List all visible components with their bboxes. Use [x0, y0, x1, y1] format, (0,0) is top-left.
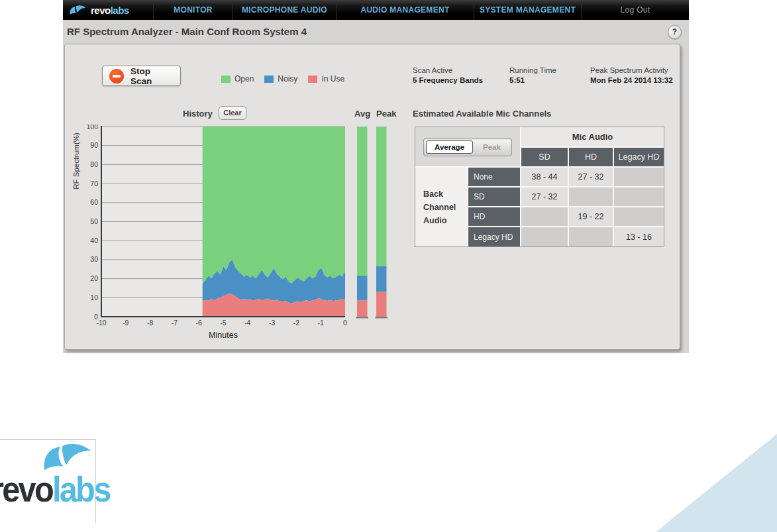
footer-logo-text: revolabs	[0, 469, 109, 509]
table-cell: 27 - 32	[569, 168, 613, 186]
avg-peak-bar-labels: Avg Peak	[354, 109, 396, 119]
row-header-legacy-hd: Legacy HD	[468, 227, 520, 246]
table-cell	[521, 207, 568, 226]
logout-button[interactable]: Log Out	[581, 0, 689, 20]
legend-item-inuse: In Use	[308, 74, 344, 83]
footer-revolabs-logo: revolabs	[0, 439, 96, 523]
svg-text:-6: -6	[196, 319, 202, 327]
nav-item-microphone-audio[interactable]: MICROPHONE AUDIO	[233, 0, 336, 20]
row-header-hd: HD	[468, 207, 520, 226]
table-cell: 13 - 16	[614, 227, 664, 246]
row-header-none: None	[468, 168, 520, 186]
svg-text:-1: -1	[318, 319, 324, 327]
table-cell: 19 - 22	[569, 207, 613, 226]
table-cell: 38 - 44	[521, 168, 568, 186]
legend-label: In Use	[321, 74, 344, 83]
clear-history-button[interactable]: Clear	[219, 106, 246, 120]
scan-active-label: Scan Active	[413, 66, 509, 74]
svg-text:-3: -3	[269, 319, 275, 327]
page-title: RF Spectrum Analyzer - Main Conf Room Sy…	[67, 26, 307, 37]
table-cell	[521, 227, 568, 246]
nav-item-audio-management[interactable]: AUDIO MANAGEMENT	[336, 0, 474, 20]
svg-text:20: 20	[90, 274, 98, 282]
svg-text:50: 50	[90, 217, 98, 225]
svg-text:-9: -9	[123, 319, 129, 327]
running-time-label: Running Time	[509, 66, 590, 74]
svg-text:-10: -10	[96, 319, 106, 327]
svg-text:Minutes: Minutes	[209, 331, 238, 340]
svg-text:100: 100	[86, 125, 98, 131]
svg-text:0: 0	[343, 319, 347, 327]
svg-text:-7: -7	[172, 319, 178, 327]
svg-text:80: 80	[90, 160, 98, 168]
table-cell	[569, 187, 613, 206]
stop-scan-button[interactable]: Stop Scan	[102, 66, 181, 86]
revolabs-logo-text: revolabs	[91, 5, 129, 16]
table-cell	[614, 168, 664, 186]
top-navbar: revolabs MONITOR MICROPHONE AUDIO AUDIO …	[63, 0, 689, 20]
open-swatch-icon	[221, 76, 231, 83]
nav-item-monitor[interactable]: MONITOR	[153, 0, 233, 20]
col-header-sd: SD	[521, 148, 568, 166]
svg-text:60: 60	[90, 198, 98, 206]
table-cell	[569, 227, 613, 246]
legend-label: Open	[234, 74, 254, 83]
running-time-value: 5:51	[509, 76, 590, 84]
back-channel-audio-header: Back Channel Audio	[415, 168, 467, 246]
peak-activity-block: Peak Spectrum Activity Mon Feb 24 2014 1…	[590, 66, 673, 84]
table-cell	[614, 187, 664, 206]
svg-text:30: 30	[90, 255, 98, 263]
stop-icon	[109, 69, 124, 83]
stop-scan-label: Stop Scan	[130, 66, 174, 86]
toggle-peak-button[interactable]: Peak	[474, 140, 509, 154]
avg-peak-toggle-cell: Average Peak	[415, 127, 520, 166]
peak-activity-label: Peak Spectrum Activity	[590, 66, 673, 74]
col-header-legacy-hd: Legacy HD	[614, 148, 664, 166]
running-time-block: Running Time 5:51	[509, 66, 590, 84]
mic-channels-table: Average Peak Mic Audio SD HD Legacy HD B…	[415, 127, 664, 247]
svg-text:90: 90	[90, 141, 98, 149]
row-header-sd: SD	[468, 187, 520, 206]
content-area: RF Spectrum Analyzer - Main Conf Room Sy…	[63, 20, 689, 353]
peak-activity-value: Mon Feb 24 2014 13:32	[590, 76, 673, 84]
col-header-hd: HD	[569, 148, 613, 166]
svg-text:10: 10	[90, 293, 98, 301]
legend-item-open: Open	[221, 74, 254, 83]
table-cell	[614, 207, 664, 226]
revolabs-flag-icon	[69, 5, 87, 15]
avg-bar-label: Avg	[354, 109, 370, 119]
svg-text:-8: -8	[147, 319, 153, 327]
history-title: History	[183, 109, 213, 119]
svg-text:-4: -4	[244, 319, 250, 327]
rf-spectrum-history-chart: 0102030405060708090100-10-9-8-7-6-5-4-3-…	[68, 125, 394, 341]
revolabs-logo: revolabs	[63, 0, 153, 20]
legend-item-noisy: Noisy	[264, 74, 297, 83]
spectrum-analyzer-panel: Stop Scan Open Noisy In Use Scan Active …	[64, 44, 680, 350]
scan-active-value: 5 Frequency Bands	[413, 76, 509, 84]
mic-audio-header: Mic Audio	[521, 127, 664, 146]
svg-text:RF Spectrum(%): RF Spectrum(%)	[72, 133, 80, 189]
scan-status-row: Scan Active 5 Frequency Bands Running Ti…	[413, 66, 673, 84]
svg-text:-5: -5	[220, 319, 226, 327]
table-cell: 27 - 32	[521, 187, 568, 206]
inuse-swatch-icon	[308, 76, 317, 83]
nav-item-system-management[interactable]: SYSTEM MANAGEMENT	[474, 0, 581, 20]
scan-active-block: Scan Active 5 Frequency Bands	[413, 66, 509, 84]
chart-legend: Open Noisy In Use	[221, 74, 344, 83]
legend-label: Noisy	[278, 74, 297, 83]
mic-channels-title: Estimated Available Mic Channels	[413, 109, 551, 119]
avg-peak-toggle: Average Peak	[423, 138, 512, 156]
toggle-average-button[interactable]: Average	[426, 140, 473, 154]
noisy-swatch-icon	[264, 76, 274, 83]
help-button[interactable]: ?	[668, 25, 682, 39]
svg-text:-2: -2	[293, 319, 299, 327]
svg-text:70: 70	[90, 180, 98, 187]
svg-text:40: 40	[90, 237, 98, 244]
peak-bar-label: Peak	[376, 109, 396, 119]
corner-accent-triangle	[656, 434, 777, 532]
